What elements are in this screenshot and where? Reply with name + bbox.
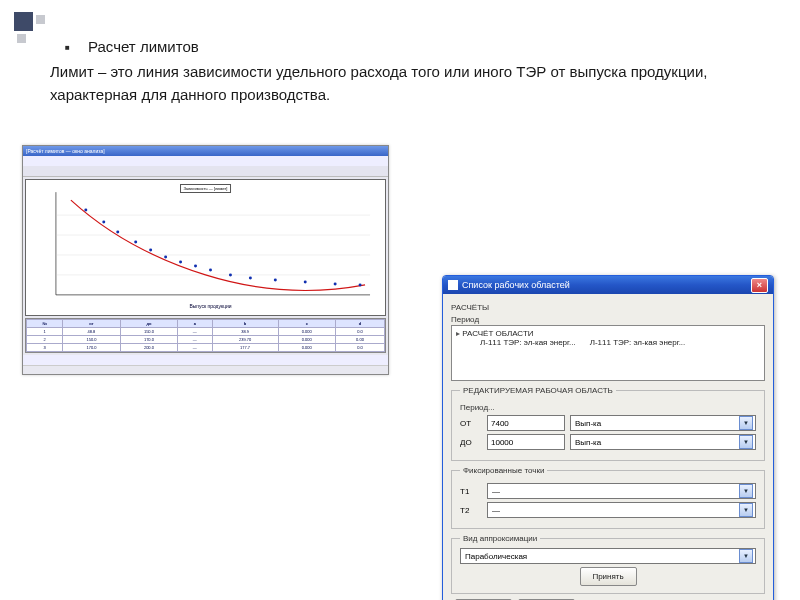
toolbar xyxy=(23,166,388,177)
do-value-input[interactable]: 10000 xyxy=(487,434,565,450)
td: 239.70 xyxy=(212,336,278,344)
svg-point-10 xyxy=(149,248,152,251)
td: 0.0 xyxy=(335,344,384,352)
th: до xyxy=(120,320,177,328)
svg-point-11 xyxy=(164,255,167,258)
td: 150.0 xyxy=(63,336,120,344)
approx-kind-group: Вид аппроксимации Параболическая ▼ Приня… xyxy=(451,534,765,594)
period-sublabel: Период... xyxy=(460,403,756,412)
do-unit-text: Вып-ка xyxy=(575,438,601,447)
td: 2 xyxy=(27,336,63,344)
window-icon xyxy=(448,280,458,290)
limits-chart-window: [Расчёт лимитов — окно анализа] Зависимо… xyxy=(22,145,389,375)
td: — xyxy=(178,328,212,336)
apply-button[interactable]: Принять xyxy=(580,567,637,586)
th: c xyxy=(278,320,335,328)
chevron-down-icon: ▼ xyxy=(739,416,753,430)
chart-svg: Выпуск продукции xyxy=(26,180,385,315)
svg-point-19 xyxy=(334,282,337,285)
td: 1 xyxy=(27,328,63,336)
ot-label: ОТ xyxy=(460,419,482,428)
table-row: 148.8150.0—38.90.0000.0 xyxy=(27,328,385,336)
td: — xyxy=(178,336,212,344)
section-calc-label: РАСЧЁТЫ xyxy=(451,303,765,312)
ot-unit-text: Вып-ка xyxy=(575,419,601,428)
approx-kind-value: Параболическая xyxy=(465,552,527,561)
table-header-row: № от до a b c d xyxy=(27,320,385,328)
svg-point-12 xyxy=(179,260,182,263)
th: № xyxy=(27,320,63,328)
t1-select[interactable]: — ▼ xyxy=(487,483,756,499)
t2-label: Т2 xyxy=(460,506,482,515)
tree-leaf[interactable]: Л-111 ТЭР: эл-кая энерг... xyxy=(590,338,686,347)
table-row: 2150.0170.0—239.700.0000.00 xyxy=(27,336,385,344)
path-bar xyxy=(23,156,388,166)
edit-area-legend: РЕДАКТИРУЕМАЯ РАБОЧАЯ ОБЛАСТЬ xyxy=(460,386,616,395)
svg-point-16 xyxy=(249,276,252,279)
chevron-down-icon: ▼ xyxy=(739,549,753,563)
td: 177.7 xyxy=(212,344,278,352)
chevron-down-icon: ▼ xyxy=(739,503,753,517)
td: 0.00 xyxy=(335,336,384,344)
ot-value-input[interactable]: 7400 xyxy=(487,415,565,431)
th: a xyxy=(178,320,212,328)
t2-value: — xyxy=(492,506,500,515)
do-unit-select[interactable]: Вып-ка ▼ xyxy=(570,434,756,450)
th: d xyxy=(335,320,384,328)
slide-corner-ornament xyxy=(14,12,47,45)
td: 0.000 xyxy=(278,328,335,336)
svg-point-15 xyxy=(229,273,232,276)
areas-tree[interactable]: РАСЧЁТ ОБЛАСТИ Л-111 ТЭР: эл-кая энерг..… xyxy=(451,325,765,381)
definition-paragraph: Лимит – это линия зависимости удельного … xyxy=(50,61,755,106)
tree-row[interactable]: Л-111 ТЭР: эл-кая энерг... Л-111 ТЭР: эл… xyxy=(480,338,760,347)
tree-leaf[interactable]: Л-111 ТЭР: эл-кая энерг... xyxy=(480,338,576,347)
work-areas-dialog: Список рабочих областей × РАСЧЁТЫ Период… xyxy=(442,275,774,600)
chart-area: Зависимость — [лимит] xyxy=(25,179,386,316)
svg-point-18 xyxy=(304,280,307,283)
chevron-down-icon: ▼ xyxy=(739,435,753,449)
th: b xyxy=(212,320,278,328)
bullet-text: Расчет лимитов xyxy=(88,38,199,55)
td: 150.0 xyxy=(120,328,177,336)
svg-point-20 xyxy=(359,283,362,286)
footer-row xyxy=(23,355,388,365)
t1-value: — xyxy=(492,487,500,496)
window-title: [Расчёт лимитов — окно анализа] xyxy=(26,148,105,154)
t2-select[interactable]: — ▼ xyxy=(487,502,756,518)
text-content: Расчет лимитов Лимит – это линия зависим… xyxy=(65,38,755,106)
chart-xlabel: Выпуск продукции xyxy=(189,303,231,309)
svg-point-13 xyxy=(194,264,197,267)
fixed-points-legend: Фиксированные точки xyxy=(460,466,547,475)
window-titlebar: [Расчёт лимитов — окно анализа] xyxy=(23,146,388,156)
bullet-heading: Расчет лимитов xyxy=(65,38,755,55)
th: от xyxy=(63,320,120,328)
do-label: ДО xyxy=(460,438,482,447)
td: 170.0 xyxy=(63,344,120,352)
svg-point-8 xyxy=(116,231,119,234)
td: 200.0 xyxy=(120,344,177,352)
svg-point-9 xyxy=(134,241,137,244)
t1-label: Т1 xyxy=(460,487,482,496)
table-row: 3170.0200.0—177.70.0000.0 xyxy=(27,344,385,352)
edit-area-group: РЕДАКТИРУЕМАЯ РАБОЧАЯ ОБЛАСТЬ Период... … xyxy=(451,386,765,461)
svg-point-7 xyxy=(102,221,105,224)
svg-point-6 xyxy=(84,209,87,212)
approx-kind-legend: Вид аппроксимации xyxy=(460,534,540,543)
svg-point-14 xyxy=(209,268,212,271)
section-period-label: Период xyxy=(451,315,765,324)
fixed-points-group: Фиксированные точки Т1 — ▼ Т2 — ▼ xyxy=(451,466,765,529)
td: 0.000 xyxy=(278,344,335,352)
ot-unit-select[interactable]: Вып-ка ▼ xyxy=(570,415,756,431)
dialog-titlebar[interactable]: Список рабочих областей × xyxy=(443,276,773,294)
tree-item[interactable]: РАСЧЁТ ОБЛАСТИ xyxy=(456,329,760,338)
status-bar xyxy=(23,365,388,374)
dialog-title: Список рабочих областей xyxy=(462,280,570,290)
segments-table: № от до a b c d 148.8150.0—38.90.0000.02… xyxy=(25,318,386,353)
td: 38.9 xyxy=(212,328,278,336)
approx-kind-select[interactable]: Параболическая ▼ xyxy=(460,548,756,564)
chevron-down-icon: ▼ xyxy=(739,484,753,498)
td: 0.000 xyxy=(278,336,335,344)
td: — xyxy=(178,344,212,352)
close-icon[interactable]: × xyxy=(751,278,768,293)
td: 0.0 xyxy=(335,328,384,336)
